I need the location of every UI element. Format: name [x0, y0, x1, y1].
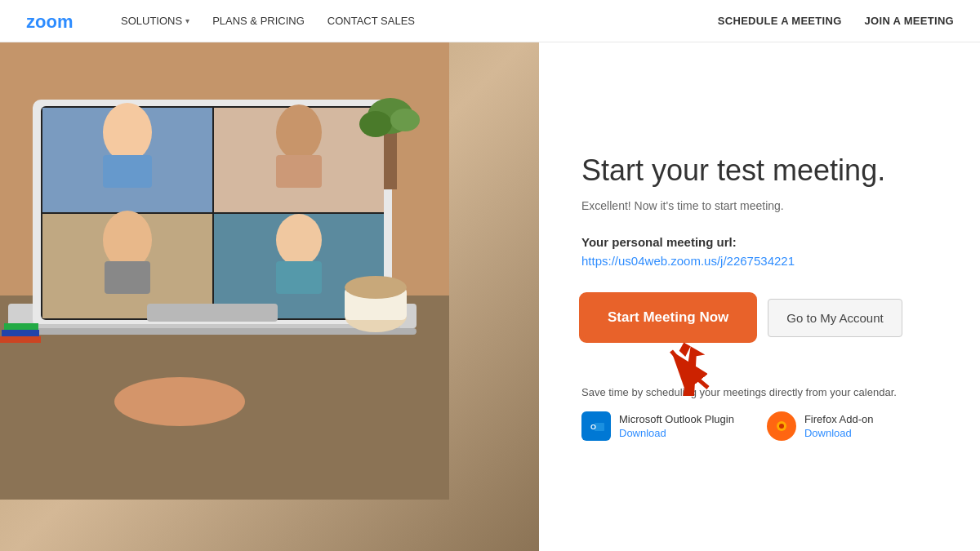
- svg-point-10: [103, 103, 152, 162]
- outlook-plugin-download[interactable]: Download: [619, 427, 734, 439]
- nav-contact[interactable]: CONTACT SALES: [327, 15, 415, 27]
- solutions-chevron-icon: ▾: [185, 16, 189, 25]
- go-to-account-button[interactable]: Go to My Account: [768, 299, 902, 337]
- nav-left: zoom SOLUTIONS ▾ PLANS & PRICING CONTACT…: [26, 10, 415, 33]
- firefox-plugin: Firefox Add-on Download: [767, 411, 874, 441]
- red-arrow-svg: [663, 339, 720, 392]
- navbar: zoom SOLUTIONS ▾ PLANS & PRICING CONTACT…: [0, 0, 980, 42]
- svg-rect-15: [105, 261, 150, 294]
- url-label: Your personal meeting url:: [581, 235, 938, 249]
- start-meeting-button[interactable]: Start Meeting Now: [583, 296, 753, 339]
- svg-point-16: [276, 214, 322, 266]
- plugins-row: O Microsoft Outlook Plugin Download: [581, 411, 938, 441]
- nav-schedule[interactable]: SCHEDULE A MEETING: [718, 15, 842, 27]
- firefox-logo-icon: [772, 416, 791, 436]
- nav-solutions[interactable]: SOLUTIONS ▾: [121, 15, 189, 27]
- svg-rect-27: [0, 336, 41, 343]
- svg-point-30: [114, 377, 245, 426]
- svg-text:O: O: [590, 423, 596, 431]
- firefox-plugin-info: Firefox Add-on Download: [804, 413, 874, 439]
- subtitle-text: Excellent! Now it's time to start meetin…: [581, 199, 938, 212]
- main-content: Start your test meeting. Excellent! Now …: [0, 42, 980, 551]
- svg-rect-28: [2, 330, 39, 336]
- firefox-plugin-download[interactable]: Download: [804, 427, 874, 439]
- arrow-indicator: [663, 339, 728, 399]
- outlook-plugin-info: Microsoft Outlook Plugin Download: [619, 413, 734, 439]
- svg-point-12: [276, 104, 322, 160]
- content-panel: Start your test meeting. Excellent! Now …: [539, 42, 980, 551]
- svg-text:zoom: zoom: [26, 11, 73, 32]
- buttons-row: Start Meeting Now Go to My Account: [581, 295, 938, 340]
- nav-right: SCHEDULE A MEETING JOIN A MEETING: [718, 15, 954, 27]
- svg-rect-29: [4, 323, 38, 330]
- outlook-logo-icon: O: [586, 416, 606, 436]
- svg-point-22: [345, 276, 407, 299]
- outlook-icon: O: [581, 411, 611, 441]
- svg-point-26: [390, 109, 420, 131]
- svg-point-25: [359, 111, 392, 137]
- laptop-illustration: [0, 42, 449, 500]
- firefox-icon: [767, 411, 796, 441]
- page-heading: Start your test meeting.: [581, 153, 938, 188]
- outlook-plugin: O Microsoft Outlook Plugin Download: [581, 411, 734, 441]
- svg-point-39: [779, 424, 784, 429]
- image-panel: [0, 42, 539, 551]
- start-meeting-button-wrapper: Start Meeting Now: [581, 295, 755, 340]
- laptop-background: [0, 42, 539, 551]
- nav-join[interactable]: JOIN A MEETING: [865, 15, 954, 27]
- plugins-section: Save time by scheduling your meetings di…: [581, 386, 938, 441]
- svg-rect-31: [147, 304, 278, 322]
- svg-rect-13: [276, 155, 322, 188]
- outlook-plugin-name: Microsoft Outlook Plugin: [619, 413, 734, 425]
- svg-rect-19: [8, 328, 416, 335]
- meeting-url-link[interactable]: https://us04web.zoom.us/j/2267534221: [581, 254, 795, 268]
- svg-rect-11: [103, 155, 152, 188]
- svg-point-14: [103, 211, 152, 269]
- plugins-description: Save time by scheduling your meetings di…: [581, 386, 938, 398]
- zoom-logo: zoom: [26, 10, 91, 33]
- firefox-plugin-name: Firefox Add-on: [804, 413, 874, 425]
- nav-plans[interactable]: PLANS & PRICING: [212, 15, 305, 27]
- meeting-url-section: Your personal meeting url: https://us04w…: [581, 235, 938, 269]
- svg-rect-17: [276, 261, 322, 294]
- nav-logo: zoom: [26, 10, 91, 33]
